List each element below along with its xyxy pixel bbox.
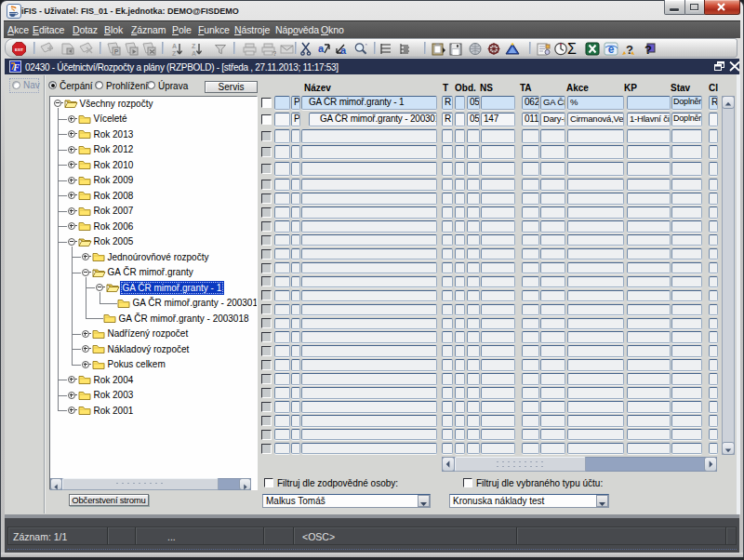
svg-text:Z: Z [192, 43, 196, 49]
svg-text:Z: Z [172, 50, 177, 56]
svg-text:a: a [318, 43, 325, 54]
svg-text:a: a [340, 45, 347, 56]
svg-text:A: A [192, 50, 196, 56]
svg-text:A: A [172, 43, 177, 49]
svg-text:?: ? [644, 43, 652, 56]
svg-text:EXIT: EXIT [15, 47, 24, 52]
svg-text:P: P [114, 48, 119, 55]
svg-text:e: e [608, 43, 615, 56]
svg-text:?: ? [272, 49, 276, 56]
